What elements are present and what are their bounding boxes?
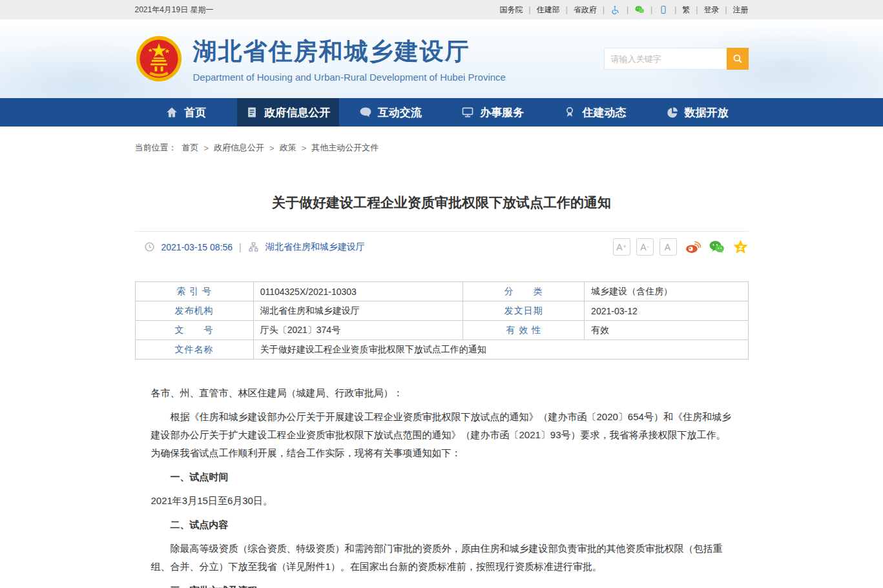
font-increase-button[interactable]: A+ [613, 238, 630, 256]
breadcrumb-item-policy[interactable]: 政策 [280, 142, 296, 154]
table-row: 文件名称 关于做好建设工程企业资质审批权限下放试点工作的通知 [135, 340, 748, 360]
document-icon [245, 106, 258, 119]
clock-icon [144, 241, 155, 252]
wechat-share-icon[interactable] [709, 239, 725, 255]
topbar: 2021年4月19日 星期一 国务院 | 住建部 | 省政府 | | [0, 0, 883, 19]
info-label-validity: 有 效 性 [463, 321, 585, 340]
body-paragraph: 除最高等级资质（综合资质、特级资质）和需跨部门审批的资质外，原由住房和城乡建设部… [151, 540, 732, 576]
sitemap-icon [248, 241, 259, 252]
topbar-separator: | [725, 5, 727, 14]
site-header: 湖北省住房和城乡建设厅 Department of Housing and Ur… [0, 19, 883, 98]
nav-item-home[interactable]: 首页 [135, 98, 237, 127]
article-meta-row: 2021-03-15 08:56 | 湖北省住房和城乡建设厅 A+ A- A [135, 232, 749, 263]
monitor-icon [461, 106, 474, 119]
info-label-category: 分 类 [463, 282, 585, 301]
section-heading-1: 一、试点时间 [151, 468, 732, 486]
breadcrumb-label: 当前位置： [135, 142, 177, 154]
document-info-table: 索 引 号 01104325X/2021-10303 分 类 城乡建设（含住房）… [135, 281, 749, 360]
article-title: 关于做好建设工程企业资质审批权限下放试点工作的通知 [135, 194, 749, 212]
table-row: 文 号 厅头〔2021〕374号 有 效 性 有效 [135, 321, 748, 340]
topbar-separator: | [529, 5, 531, 14]
section-heading-3: 三、审批方式及流程 [151, 582, 732, 588]
site-title: 湖北省住房和城乡建设厅 [193, 35, 506, 68]
table-row: 发布机构 湖北省住房和城乡建设厅 发文日期 2021-03-12 [135, 301, 748, 321]
info-label-issuer: 发布机构 [135, 301, 253, 321]
breadcrumb-item-home[interactable]: 首页 [182, 142, 199, 154]
topbar-separator: | [627, 5, 628, 14]
info-value-category: 城乡建设（含住房） [585, 282, 748, 301]
topbar-separator: | [603, 5, 605, 14]
nav-item-label: 办事服务 [480, 105, 524, 120]
breadcrumb-item-other-public-docs[interactable]: 其他主动公开文件 [311, 142, 379, 154]
breadcrumb: 当前位置： 首页 > 政府信息公开 > 政策 > 其他主动公开文件 [135, 142, 749, 154]
breadcrumb-separator: > [204, 143, 209, 153]
nav-item-label: 住建动态 [582, 105, 626, 120]
search-input[interactable] [604, 48, 727, 70]
info-label-doc-number: 文 号 [135, 321, 253, 340]
search-box [604, 48, 749, 70]
mobile-icon[interactable] [658, 5, 669, 15]
article: 关于做好建设工程企业资质审批权限下放试点工作的通知 2021-03-15 08:… [135, 194, 749, 588]
topbar-separator: | [650, 5, 652, 14]
register-link[interactable]: 注册 [733, 5, 749, 15]
link-mohurd[interactable]: 住建部 [537, 5, 560, 15]
info-value-issuer: 湖北省住房和城乡建设厅 [253, 301, 463, 321]
national-emblem-icon [135, 35, 183, 83]
nav-item-label: 互动交流 [378, 105, 422, 120]
search-button[interactable] [727, 48, 749, 70]
current-date: 2021年4月19日 星期一 [135, 5, 214, 15]
topbar-separator: | [674, 5, 676, 14]
font-decrease-button[interactable]: A- [636, 238, 654, 256]
link-state-council[interactable]: 国务院 [500, 5, 523, 15]
login-link[interactable]: 登录 [703, 5, 719, 15]
brand-text: 湖北省住房和城乡建设厅 Department of Housing and Ur… [193, 35, 506, 83]
breadcrumb-separator: > [302, 143, 307, 153]
section-heading-2: 二、试点内容 [151, 516, 732, 534]
nav-item-label: 首页 [184, 105, 206, 120]
nav-item-interaction[interactable]: 互动交流 [339, 98, 441, 127]
site-subtitle: Department of Housing and Urban-Rural De… [193, 72, 506, 83]
info-label-doc-title: 文件名称 [135, 340, 253, 360]
font-reset-button[interactable]: A [660, 238, 677, 256]
info-value-doc-number: 厅头〔2021〕374号 [253, 321, 463, 340]
body-paragraph: 各市、州、直管市、林区住建局（城建局、行政审批局）： [151, 384, 732, 402]
body-paragraph: 根据《住房和城乡建设部办公厅关于开展建设工程企业资质审批权限下放试点的通知》（建… [151, 408, 732, 462]
breadcrumb-item-gov-info[interactable]: 政府信息公开 [214, 142, 264, 154]
nav-item-open-data[interactable]: 数据开放 [646, 98, 748, 127]
meta-separator: | [239, 242, 242, 252]
medal-icon [563, 106, 576, 119]
nav-item-label: 数据开放 [685, 105, 729, 120]
article-source-link[interactable]: 湖北省住房和城乡建设厅 [265, 241, 365, 253]
weibo-icon[interactable] [685, 239, 701, 255]
body-paragraph: 2021年3月15日至6月30日。 [151, 492, 732, 510]
publish-time: 2021-03-15 08:56 [161, 242, 233, 252]
accessibility-icon[interactable] [610, 5, 621, 15]
topbar-separator: | [566, 5, 568, 14]
info-label-index-number: 索 引 号 [135, 282, 253, 301]
search-icon [732, 53, 743, 65]
nav-item-label: 政府信息公开 [264, 105, 330, 120]
article-body: 各市、州、直管市、林区住建局（城建局、行政审批局）： 根据《住房和城乡建设部办公… [135, 384, 749, 588]
pie-chart-icon [666, 106, 679, 119]
chat-bubble-icon [359, 106, 372, 119]
traditional-chinese-toggle[interactable]: 繁 [682, 5, 690, 15]
breadcrumb-separator: > [269, 143, 275, 153]
home-icon [165, 106, 178, 119]
wechat-icon[interactable] [634, 5, 645, 15]
info-value-index-number: 01104325X/2021-10303 [253, 282, 463, 301]
info-value-validity: 有效 [585, 321, 748, 340]
nav-item-news[interactable]: 住建动态 [544, 98, 646, 127]
info-value-issue-date: 2021-03-12 [585, 301, 748, 321]
info-value-doc-title: 关于做好建设工程企业资质审批权限下放试点工作的通知 [253, 340, 748, 360]
table-row: 索 引 号 01104325X/2021-10303 分 类 城乡建设（含住房） [135, 282, 748, 301]
nav-item-gov-info[interactable]: 政府信息公开 [237, 98, 339, 127]
info-label-issue-date: 发文日期 [463, 301, 585, 321]
site-brand[interactable]: 湖北省住房和城乡建设厅 Department of Housing and Ur… [135, 35, 506, 83]
topbar-separator: | [696, 5, 698, 14]
nav-item-services[interactable]: 办事服务 [441, 98, 543, 127]
main-nav: 首页 政府信息公开 互动交流 办事服务 住建动态 [0, 98, 883, 127]
qzone-star-icon[interactable] [732, 239, 749, 255]
link-provincial-gov[interactable]: 省政府 [574, 5, 597, 15]
topbar-links: 国务院 | 住建部 | 省政府 | | | [500, 5, 749, 15]
